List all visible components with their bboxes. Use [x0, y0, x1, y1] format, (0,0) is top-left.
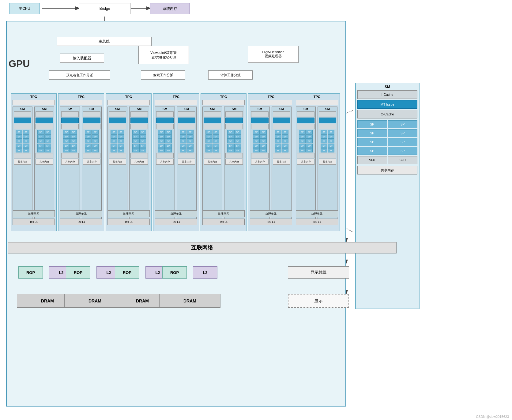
- sm1l-sp-row1: SP SP: [13, 130, 32, 134]
- rop-box-3: ROP: [115, 266, 139, 279]
- tpc-block-2: TPC SM SPSP SPSP SPSP SPSP SPSP 共享内存 SM …: [58, 93, 104, 231]
- vertex-dispatch-label: 顶点着色工作分派: [66, 73, 93, 77]
- tpc-label-2: TPC: [58, 95, 104, 99]
- main-bus-box: 主总线: [57, 37, 152, 46]
- rop-box-4: ROP: [162, 266, 187, 279]
- sm1l-sp-row2: SP SP: [13, 134, 32, 139]
- tpc2-tex-unit: 纹理单元: [60, 210, 102, 217]
- watermark: CSDN @zbw2015623: [476, 415, 509, 418]
- tpc2-tex-l1: Tex L1: [60, 219, 102, 225]
- sm-right-2: SM SPSP SPSP SPSP SPSP SPSP 共享内存: [82, 107, 102, 223]
- sm-shared-mem: 共享内存: [357, 166, 417, 174]
- tpc-block-4: TPC SM SPSP SPSP SPSP SPSP SPSP 共享内存 SM …: [153, 93, 199, 231]
- sp-box: SP: [44, 148, 51, 152]
- hd-video-box: High-Definition 视频处理器: [248, 46, 299, 63]
- sm-left-1: SM SP SP SP SP SP SP SP SP SP: [13, 107, 32, 223]
- hd-video-label: High-Definition 视频处理器: [262, 50, 284, 58]
- tpc2-bar: [60, 100, 102, 105]
- bridge-label: Bridge: [100, 6, 110, 11]
- mt-issue-box: MT Issue: [357, 100, 417, 109]
- sm-label-1r: SM: [35, 107, 54, 111]
- sp-box: SP: [16, 134, 22, 139]
- viewport-label: Viewpoint/裁剪/设 置/光栅化/Z-Cull: [150, 51, 177, 60]
- dram-box-4: DRAM: [159, 294, 220, 308]
- sm1r-sfu: [36, 153, 53, 158]
- diagram-container: 主CPU Bridge 系统内存 GPU 主总线 输入装配器 Viewpoint…: [0, 0, 512, 420]
- bridge-box: Bridge: [79, 3, 130, 14]
- sys-mem-box: 系统内存: [150, 3, 190, 14]
- display-box: 显示: [288, 294, 349, 308]
- tpc1-bar: [13, 100, 55, 105]
- tpc-block-5: TPC SM SPSP SPSP SPSP SPSP SPSP 共享内存 SM …: [201, 93, 247, 231]
- sp-box: SP: [37, 144, 44, 148]
- sm1l-sfu: [14, 153, 31, 158]
- sm-right-1: SM SP SP SP SP SP SP SP SP SP SP: [34, 107, 54, 223]
- sp-box: SP: [16, 139, 22, 143]
- sp-box: SP: [16, 144, 22, 148]
- l2-box-4: L2: [193, 266, 217, 279]
- display-bus-box: 显示总线: [288, 266, 349, 279]
- gpu-label: GPU: [9, 58, 30, 69]
- sm1l-blue1: [14, 118, 31, 123]
- tpc-block-7: TPC SM SPSP SPSP SPSP SPSP SPSP 共享内存 SM …: [294, 93, 340, 231]
- c-cache-box: C-Cache: [357, 110, 417, 118]
- sp-box: SP: [37, 130, 44, 134]
- sfu-grid: SFU SFU: [357, 156, 417, 164]
- i-cache-box: I-Cache: [357, 90, 417, 99]
- sp-box: SP: [16, 148, 22, 152]
- pixel-dispatch-label: 像素工作分派: [153, 73, 173, 77]
- cpu-box: 主CPU: [9, 3, 40, 14]
- rop-box-2: ROP: [66, 266, 90, 279]
- compute-dispatch-label: 计算工作分派: [220, 73, 241, 77]
- sp-box: SP: [37, 148, 44, 152]
- sys-mem-label: 系统内存: [163, 6, 177, 11]
- sm1r-shared: 共享内存: [36, 159, 53, 165]
- sp-box: SP: [37, 134, 44, 139]
- sm-left-2: SM SPSP SPSP SPSP SPSP SPSP 共享内存: [60, 107, 80, 223]
- sm1l-bar1: [14, 111, 31, 117]
- sp-box: SP: [23, 139, 29, 143]
- pixel-dispatch-box: 像素工作分派: [141, 70, 185, 80]
- sp-box: SP: [23, 144, 29, 148]
- vertex-dispatch-box: 顶点着色工作分派: [49, 70, 110, 80]
- sm-detail-title: SM: [357, 85, 417, 89]
- sm1r-blue1: [36, 118, 53, 123]
- sp-box: SP: [23, 148, 29, 152]
- sp-box: SP: [37, 139, 44, 143]
- interconnect-bar: 互联网络: [8, 242, 397, 253]
- sp-box: SP: [44, 130, 51, 134]
- sp-box: SP: [23, 130, 29, 134]
- tpc1-tex-unit: 纹理单元: [13, 210, 55, 217]
- tpc1-tex-l1: Tex L1: [13, 219, 55, 225]
- tpc-block-6: TPC SM SPSP SPSP SPSP SPSP SPSP 共享内存 SM …: [248, 93, 294, 231]
- sm1r-bar2: [36, 124, 53, 129]
- sm-label-1l: SM: [13, 107, 32, 111]
- sm1l-shared: 共享内存: [14, 159, 31, 165]
- sm1l-bar2: [14, 124, 31, 129]
- sp-box: SP: [16, 130, 22, 134]
- tpc-block-1: TPC SM SP SP SP SP SP SP SP SP: [11, 93, 57, 231]
- sm1r-bar1: [36, 111, 53, 117]
- sp-grid: SP SP SP SP SP SP SP SP: [357, 120, 417, 155]
- sp-box: SP: [44, 139, 51, 143]
- input-assembler-label: 输入装配器: [73, 56, 91, 61]
- main-bus-label: 主总线: [99, 39, 110, 44]
- sp-box: SP: [23, 134, 29, 139]
- viewport-box: Viewpoint/裁剪/设 置/光栅化/Z-Cull: [138, 46, 189, 64]
- compute-dispatch-box: 计算工作分派: [208, 70, 253, 80]
- cpu-label: 主CPU: [19, 6, 30, 11]
- sm-detail-panel: SM I-Cache MT Issue C-Cache SP SP SP SP …: [355, 83, 420, 309]
- rop-box-1: ROP: [18, 266, 43, 279]
- sp-box: SP: [44, 144, 51, 148]
- input-assembler-box: 输入装配器: [60, 54, 104, 63]
- tpc-label-1: TPC: [11, 95, 56, 99]
- tpc-block-3: TPC SM SPSP SPSP SPSP SPSP SPSP 共享内存 SM …: [106, 93, 152, 231]
- sp-box: SP: [44, 134, 51, 139]
